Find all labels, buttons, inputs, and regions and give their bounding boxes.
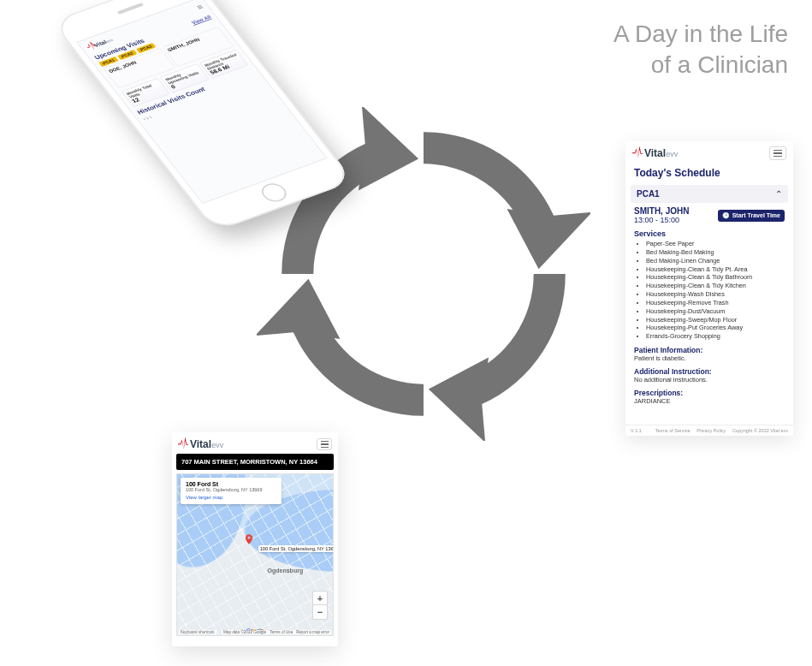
zoom-control[interactable]: + − [312, 591, 328, 620]
hamburger-icon[interactable] [317, 438, 332, 450]
prescriptions-text: JARDIANCE [634, 397, 785, 405]
patient-name: SMITH, JOHN [634, 206, 689, 216]
hamburger-icon[interactable]: ≡ [194, 3, 205, 12]
visit-time: 13:00 - 15:00 [634, 216, 689, 224]
map-data-label: Map data ©2022 Google [223, 630, 266, 634]
heading-line1: A Day in the Life [613, 19, 788, 50]
clock-icon: 🕒 [722, 212, 730, 219]
privacy-link[interactable]: Privacy Policy [696, 428, 726, 433]
patient-info-text: Patient is diabetic. [634, 354, 785, 362]
keyboard-shortcuts[interactable]: Keyboard shortcuts [179, 630, 216, 634]
schedule-title: Today's Schedule [625, 165, 793, 182]
terms-link[interactable]: Terms of Use [270, 630, 293, 634]
hamburger-icon[interactable] [769, 146, 786, 160]
logo: Vitalevv [178, 438, 223, 450]
map-embed[interactable]: 100 Ford St 100 Ford St, Ogdensburg, NY … [176, 473, 334, 636]
info-title: 100 Ford St [186, 481, 276, 487]
list-item: Housekeeping-Remove Trash [646, 299, 785, 307]
list-item: Housekeeping-Dust/Vacuum [646, 307, 785, 316]
additional-heading: Additional Instruction: [634, 367, 785, 376]
chevron-up-icon: ⌃ [775, 189, 782, 199]
info-subtitle: 100 Ford St, Ogdensburg, NY 13669 [186, 487, 276, 492]
map-screen: Vitalevv 707 MAIN STREET, MORRISTOWN, NY… [172, 432, 338, 646]
list-item: Paper-See Paper [646, 240, 785, 248]
phone-screen: Vitalevv ≡ Upcoming Visits View All PCA1… [76, 0, 327, 204]
list-item: Housekeeping-Wash Dishes [646, 290, 785, 299]
list-item: Housekeeping-Sweep/Mop Floor [646, 316, 785, 324]
list-item: Bed Making-Linen Change [646, 257, 785, 265]
copyright-text: Copyright © 2022 Vital evv [732, 428, 788, 433]
list-item: Housekeeping-Clean & Tidy Bathroom [646, 273, 785, 282]
start-travel-button[interactable]: 🕒 Start Travel Time [718, 210, 785, 222]
list-item: Errands-Grocery Shopping [646, 332, 785, 341]
pin-label: 100 Ford St, Ogdensburg, NY 13669 [258, 545, 334, 552]
services-list: Paper-See Paper Bed Making-Bed Making Be… [634, 240, 785, 341]
schedule-screen: Vitalevv Today's Schedule PCA1 ⌃ SMITH, … [625, 141, 793, 436]
zoom-out-icon[interactable]: − [313, 605, 327, 619]
page-heading: A Day in the Life of a Clinician [613, 19, 788, 81]
map-pin-icon[interactable] [243, 533, 255, 545]
additional-text: No additional instructions. [634, 376, 785, 384]
city-label: Ogdensburg [268, 568, 304, 574]
list-item: Housekeeping-Put Groceries Away [646, 324, 785, 332]
view-larger-link[interactable]: View larger map [186, 495, 222, 500]
list-item: Housekeeping-Clean & Tidy Pt. Area [646, 265, 785, 274]
zoom-in-icon[interactable]: + [313, 592, 327, 605]
address-bar: 707 MAIN STREET, MORRISTOWN, NY 13664 [176, 454, 334, 470]
report-link[interactable]: Report a map error [296, 630, 329, 634]
patient-info-heading: Patient Information: [634, 346, 785, 354]
schedule-footer: V 1.1 Terms of Service Privacy Policy Co… [625, 425, 793, 436]
prescriptions-heading: Prescriptions: [634, 389, 785, 397]
logo: Vitalevv [632, 147, 678, 159]
list-item: Housekeeping-Clean & Tidy Kitchen [646, 282, 785, 290]
tos-link[interactable]: Terms of Service [655, 428, 690, 433]
map-info-card: 100 Ford St 100 Ford St, Ogdensburg, NY … [181, 478, 282, 504]
services-heading: Services [634, 229, 785, 238]
version-label: V 1.1 [631, 428, 642, 433]
accordion-pca1[interactable]: PCA1 ⌃ [631, 185, 788, 203]
list-item: Bed Making-Bed Making [646, 248, 785, 257]
map-footer: Map data ©2022 Google Terms of Use Repor… [222, 630, 331, 634]
heading-line2: of a Clinician [613, 50, 788, 80]
